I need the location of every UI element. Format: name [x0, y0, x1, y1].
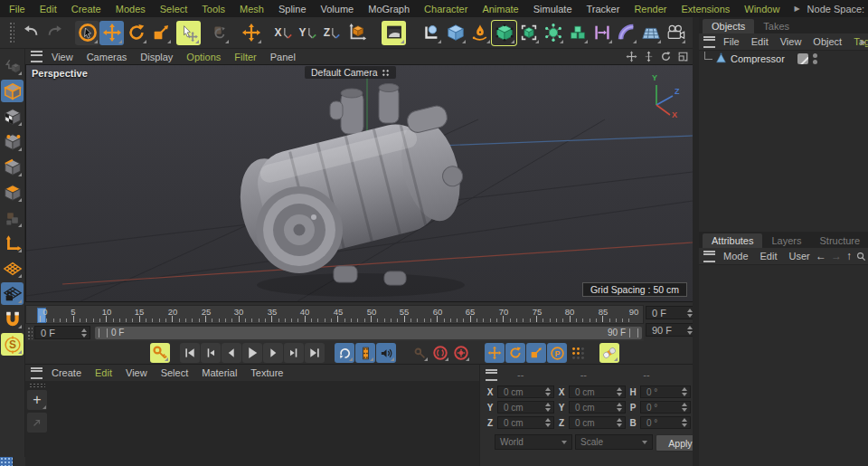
- move-tool[interactable]: [99, 21, 124, 45]
- position-y-field[interactable]: 0 cm: [497, 401, 554, 414]
- previous-key-button[interactable]: [201, 343, 221, 363]
- spinner-icon[interactable]: [684, 309, 693, 318]
- edge-mode-button[interactable]: [1, 156, 24, 178]
- coords-hamburger-icon[interactable]: [486, 369, 497, 381]
- lock-workplane-button[interactable]: [1, 282, 24, 305]
- play-button[interactable]: [242, 343, 262, 363]
- object-tree[interactable]: Compressor: [699, 50, 868, 232]
- menu-modes[interactable]: Modes: [116, 4, 146, 14]
- forward-arrow-icon[interactable]: →: [831, 250, 842, 262]
- object-row-compressor[interactable]: Compressor: [699, 51, 868, 66]
- play-sound-button[interactable]: [376, 343, 396, 363]
- menu-create[interactable]: Create: [71, 4, 101, 14]
- attr-menu-edit[interactable]: Edit: [760, 251, 778, 262]
- scale-y-field[interactable]: 0 cm: [569, 401, 626, 414]
- menu-render[interactable]: Render: [634, 4, 666, 14]
- rotation-h-field[interactable]: 0 °: [640, 385, 691, 398]
- bend-deformer-button[interactable]: [614, 21, 638, 45]
- record-scale-button[interactable]: [526, 343, 546, 363]
- position-x-field[interactable]: 0 cm: [497, 385, 554, 398]
- tab-structure[interactable]: Structure: [811, 233, 868, 248]
- current-frame-field[interactable]: 0 F: [646, 306, 696, 319]
- menu-character[interactable]: Character: [424, 4, 467, 14]
- mat-menu-view[interactable]: View: [126, 367, 147, 378]
- mat-menu-material[interactable]: Material: [202, 367, 237, 378]
- spline-arrange-button[interactable]: [590, 21, 614, 45]
- menu-extensions[interactable]: Extensions: [681, 4, 730, 14]
- rotation-p-field[interactable]: 0 °: [640, 401, 691, 414]
- polygon-mode-button[interactable]: [1, 181, 24, 204]
- obj-menu-file[interactable]: File: [723, 36, 740, 47]
- tab-takes[interactable]: Takes: [754, 19, 798, 33]
- rotation-b-field[interactable]: 0 °: [640, 416, 691, 429]
- tab-layers[interactable]: Layers: [762, 233, 810, 248]
- material-list-area[interactable]: +: [25, 381, 479, 466]
- attr-menu-mode[interactable]: Mode: [723, 251, 749, 262]
- axis-object-button[interactable]: [419, 21, 443, 45]
- volume-builder-button[interactable]: [565, 21, 590, 45]
- rotate-view-icon[interactable]: [659, 50, 673, 63]
- next-key-button[interactable]: [284, 343, 304, 363]
- menu-simulate[interactable]: Simulate: [533, 4, 572, 14]
- record-parameter-button[interactable]: P: [547, 343, 567, 363]
- material-grip[interactable]: [29, 383, 45, 387]
- camera-object-button[interactable]: [663, 21, 687, 45]
- spinner-icon[interactable]: [684, 326, 693, 335]
- goto-end-button[interactable]: [305, 343, 325, 363]
- menu-tracker[interactable]: Tracker: [587, 4, 620, 14]
- position-z-field[interactable]: 0 cm: [497, 416, 554, 429]
- mat-menu-create[interactable]: Create: [52, 367, 81, 378]
- z-axis-lock-button[interactable]: Z: [320, 21, 344, 45]
- model-mode-button[interactable]: [1, 80, 24, 102]
- menu-spline[interactable]: Spline: [278, 4, 307, 14]
- viewport-canvas[interactable]: Perspective Default Camera Y Z X Grid Sp…: [25, 64, 693, 302]
- back-arrow-icon[interactable]: ←: [816, 250, 826, 262]
- loop-playback-button[interactable]: [335, 343, 354, 363]
- attr-menu-user[interactable]: User: [789, 251, 810, 262]
- attribute-content-area[interactable]: [699, 264, 868, 466]
- tab-attributes[interactable]: Attributes: [703, 233, 762, 248]
- undo-button[interactable]: [18, 21, 42, 45]
- search-icon[interactable]: [856, 252, 866, 262]
- last-used-tool[interactable]: [176, 21, 201, 45]
- menu-edit[interactable]: Edit: [40, 4, 57, 14]
- record-keyframe-button[interactable]: [150, 343, 170, 363]
- next-frame-button[interactable]: [263, 343, 283, 363]
- move-gizmo-tool[interactable]: [239, 21, 263, 45]
- menu-animate[interactable]: Animate: [482, 4, 518, 14]
- scale-tool[interactable]: [148, 21, 173, 45]
- menu-file[interactable]: File: [9, 4, 25, 14]
- objects-hamburger-icon[interactable]: [703, 36, 715, 48]
- obj-menu-edit[interactable]: Edit: [751, 36, 769, 47]
- range-left-handle[interactable]: [99, 328, 108, 338]
- point-mode-button[interactable]: [1, 130, 24, 153]
- add-material-button[interactable]: +: [27, 390, 47, 410]
- axis-mode-button[interactable]: [1, 232, 24, 254]
- timeline-ruler[interactable]: 0 5 10 15 20 25 30 35 40 45 50 55 60 65 …: [25, 305, 644, 324]
- field-sphere-button[interactable]: [541, 21, 565, 45]
- dolly-view-icon[interactable]: [642, 50, 656, 63]
- range-start-field[interactable]: 0 F: [34, 326, 90, 339]
- record-rotation-button[interactable]: [505, 343, 525, 363]
- toggle-view-icon[interactable]: [676, 50, 690, 63]
- tweak-mode-button[interactable]: [1, 206, 24, 229]
- preview-range-slider[interactable]: 0 F 90 F: [95, 327, 642, 339]
- menu-volume[interactable]: Volume: [321, 4, 354, 14]
- scale-x-field[interactable]: 0 cm: [569, 385, 626, 398]
- spinner-icon[interactable]: [78, 328, 87, 338]
- camera-label-chip[interactable]: Default Camera: [305, 66, 396, 79]
- up-arrow-icon[interactable]: ↑: [846, 250, 852, 262]
- keyframe-selection-button[interactable]: [599, 343, 619, 363]
- range-right-handle[interactable]: [629, 328, 638, 338]
- render-view-button[interactable]: [382, 21, 406, 45]
- cube-primitive-button[interactable]: [443, 21, 467, 45]
- pan-view-icon[interactable]: [625, 50, 638, 63]
- transfer-tool[interactable]: [206, 21, 231, 45]
- coordinate-system-button[interactable]: [344, 21, 369, 45]
- menu-overflow-icon[interactable]: ▶: [794, 5, 799, 13]
- snap-settings-button[interactable]: S: [1, 333, 24, 356]
- range-grip[interactable]: [27, 327, 33, 339]
- vp-menu-options[interactable]: Options: [186, 52, 221, 62]
- visibility-dots-icon[interactable]: [813, 53, 817, 64]
- viewport-hamburger-icon[interactable]: [31, 51, 42, 62]
